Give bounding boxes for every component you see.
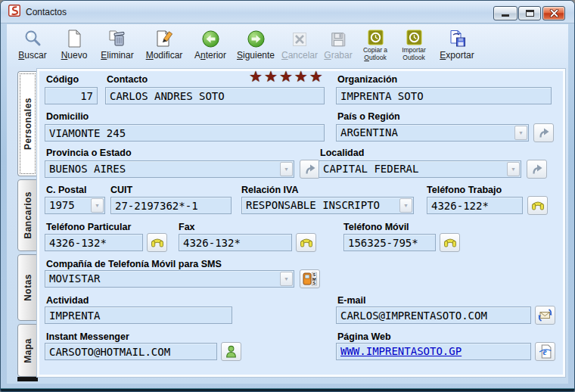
tel-particular-dial-button[interactable] [147, 233, 167, 252]
sms-phone-icon: S M S [303, 272, 317, 286]
buscar-button[interactable]: Buscar [11, 26, 54, 66]
goto-arrow-icon [304, 163, 316, 176]
send-email-button[interactable] [535, 306, 555, 325]
cpostal-label: C. Postal [46, 185, 87, 195]
tel-movil-input[interactable] [343, 234, 436, 251]
cuit-label: CUIT [110, 185, 132, 195]
fax-input[interactable] [179, 234, 292, 251]
im-input[interactable] [45, 343, 217, 360]
email-input[interactable] [336, 306, 531, 324]
fax-label: Fax [179, 222, 195, 232]
cuit-input[interactable] [110, 197, 232, 214]
codigo-label: Código [46, 74, 79, 85]
fax-dial-button[interactable] [296, 233, 316, 252]
send-sms-button[interactable]: S M S [300, 269, 320, 288]
previous-arrow-icon [201, 28, 220, 48]
main-area: Personales Bancarios Notas Mapa Código C… [7, 67, 568, 384]
contacto-input[interactable] [105, 87, 325, 104]
actividad-label: Actividad [46, 295, 89, 306]
star-icon[interactable]: ★ [279, 70, 293, 83]
tel-trabajo-dial-button[interactable] [527, 196, 548, 215]
provincia-combo[interactable]: BUENOS AIRES ▼ [45, 160, 294, 178]
tel-trabajo-label: Teléfono Trabajo [427, 185, 502, 195]
organizacion-label: Organización [337, 74, 397, 85]
star-icon[interactable]: ★ [249, 70, 263, 83]
chevron-down-icon[interactable]: ▼ [91, 198, 104, 213]
browser-e-icon: e [539, 344, 552, 359]
star-icon[interactable]: ★ [294, 70, 308, 83]
domicilio-label: Domicilio [46, 111, 89, 122]
email-envelope-icon [538, 309, 552, 322]
anterior-button[interactable]: Anterior [188, 26, 232, 66]
importar-outlook-button[interactable]: ImportarOutlook [394, 26, 434, 66]
save-floppy-icon [329, 28, 347, 48]
im-contact-button[interactable] [221, 342, 241, 361]
tab-personales[interactable]: Personales [17, 71, 38, 176]
contactos-window: Contactos Buscar [0, 0, 575, 392]
organizacion-input[interactable] [336, 87, 552, 104]
provincia-goto-button[interactable] [300, 160, 320, 179]
close-button[interactable] [542, 6, 565, 20]
app-icon [8, 5, 20, 20]
person-icon [225, 345, 237, 358]
cancel-x-icon [291, 28, 309, 48]
cpostal-combo[interactable]: 1975 ▼ [45, 197, 105, 214]
sms-company-combo[interactable]: MOVISTAR ▼ [45, 270, 294, 288]
siguiente-button[interactable]: Siguiente [232, 26, 279, 66]
chevron-down-icon[interactable]: ▼ [280, 272, 293, 286]
pais-goto-button[interactable] [533, 123, 554, 142]
email-label: E-mail [337, 295, 366, 306]
tel-particular-input[interactable] [45, 234, 143, 251]
tab-notas[interactable]: Notas [17, 254, 38, 321]
tel-particular-label: Teléfono Particular [46, 222, 131, 232]
svg-text:S: S [312, 281, 315, 285]
next-arrow-icon [247, 28, 266, 48]
web-input[interactable]: WWW.IMPRENTASOTO.GP [336, 343, 531, 360]
codigo-input[interactable] [45, 87, 98, 104]
tab-mapa[interactable]: Mapa [17, 324, 38, 377]
rating-stars[interactable]: ★ ★ ★ ★ ★ [249, 70, 323, 83]
contacto-label: Contacto [107, 74, 148, 85]
provincia-label: Provincia o Estado [46, 148, 132, 158]
localidad-combo[interactable]: CAPITAL FEDERAL ▼ [319, 160, 521, 178]
tel-movil-dial-button[interactable] [440, 233, 460, 252]
delete-trash-icon [107, 28, 127, 48]
chevron-down-icon[interactable]: ▼ [280, 162, 293, 176]
open-web-button[interactable]: e [535, 342, 555, 361]
nuevo-button[interactable]: Nuevo [54, 26, 95, 66]
export-icon [447, 28, 467, 48]
goto-arrow-icon [538, 127, 550, 139]
chevron-down-icon[interactable]: ▼ [399, 198, 412, 213]
domicilio-input[interactable] [45, 124, 325, 142]
tel-trabajo-input[interactable] [427, 197, 523, 214]
exportar-button[interactable]: Exportar [434, 26, 480, 66]
eliminar-button[interactable]: Eliminar [95, 26, 140, 66]
tab-strip-end [17, 377, 38, 381]
phone-icon [531, 200, 545, 211]
edit-pencil-icon [154, 28, 174, 48]
phone-icon [443, 237, 457, 248]
chevron-down-icon[interactable]: ▼ [514, 126, 527, 140]
iva-combo[interactable]: RESPONSABLE INSCRIPTO ▼ [241, 197, 414, 214]
maximize-button[interactable] [518, 6, 541, 20]
star-icon[interactable]: ★ [264, 70, 278, 83]
phone-icon [300, 237, 313, 248]
modificar-button[interactable]: Modificar [140, 26, 188, 66]
pais-combo[interactable]: ARGENTINA ▼ [336, 124, 529, 142]
minimize-icon [502, 14, 509, 17]
chevron-down-icon[interactable]: ▼ [507, 162, 520, 176]
web-link[interactable]: WWW.IMPRENTASOTO.GP [340, 344, 527, 359]
localidad-goto-button[interactable] [527, 160, 547, 179]
title-bar: Contactos [1, 1, 574, 23]
tab-bancarios[interactable]: Bancarios [17, 179, 38, 251]
window-bottom-edge [1, 388, 574, 391]
actividad-input[interactable] [45, 306, 232, 324]
im-label: Instant Messenger [46, 331, 129, 342]
localidad-label: Localidad [320, 148, 364, 158]
copiar-outlook-button[interactable]: Copiar aOutlook [356, 26, 394, 66]
star-icon[interactable]: ★ [309, 70, 323, 83]
phone-icon [151, 237, 164, 248]
window-title: Contactos [26, 7, 67, 17]
pais-label: País o Región [337, 111, 400, 122]
minimize-button[interactable] [493, 6, 518, 20]
